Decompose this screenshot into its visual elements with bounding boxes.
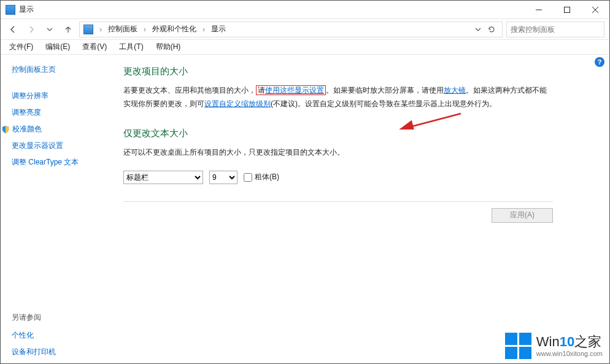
link-magnifier[interactable]: 放大镜 <box>444 86 466 95</box>
maximize-button[interactable] <box>553 1 581 19</box>
section-heading-text-only: 仅更改文本大小 <box>123 128 591 139</box>
close-icon <box>592 7 598 13</box>
control-panel-icon <box>83 25 93 34</box>
see-also-personalize[interactable]: 个性化 <box>12 330 96 341</box>
chevron-down-icon <box>47 26 53 33</box>
divider <box>123 201 553 202</box>
paragraph-text-only: 还可以不更改桌面上所有项目的大小，只更改指定项目的文本大小。 <box>123 145 591 159</box>
crumb-sep-icon: › <box>200 25 207 34</box>
arrow-right-icon <box>27 25 36 34</box>
breadcrumb[interactable]: 外观和个性化 <box>152 24 196 34</box>
address-bar: › 控制面板 › 外观和个性化 › 显示 <box>1 19 609 40</box>
sidebar: 控制面板主页 调整分辨率 调整亮度 校准颜色 更改显示器设置 调整 ClearT… <box>1 55 105 363</box>
window-title: 显示 <box>19 4 34 15</box>
refresh-button[interactable] <box>485 22 498 37</box>
menubar: 文件(F) 编辑(E) 查看(V) 工具(T) 帮助(H) <box>1 40 609 55</box>
minimize-button[interactable] <box>525 1 553 19</box>
refresh-icon <box>488 26 495 33</box>
arrow-up-icon <box>64 25 72 34</box>
text: 若要更改文本、应用和其他项目的大小， <box>123 86 256 95</box>
app-icon <box>6 5 15 15</box>
breadcrumb-dropdown[interactable] <box>471 22 485 37</box>
minimize-icon <box>536 7 542 13</box>
crumb-sep-icon: › <box>141 25 149 34</box>
font-size-select[interactable]: 9 <box>209 171 237 184</box>
window-root: 显示 › 控制面板 › 外观和个性化 › <box>0 0 610 364</box>
breadcrumb-box[interactable]: › 控制面板 › 外观和个性化 › 显示 <box>79 21 503 37</box>
search-box[interactable] <box>506 21 604 37</box>
svg-rect-1 <box>565 7 570 12</box>
menu-edit[interactable]: 编辑(E) <box>41 40 75 54</box>
see-also-devices[interactable]: 设备和打印机 <box>12 347 96 357</box>
text: 请 <box>258 86 265 95</box>
sidebar-link-brightness[interactable]: 调整亮度 <box>12 107 96 118</box>
search-input[interactable] <box>511 25 603 34</box>
maximize-icon <box>564 7 570 13</box>
up-button[interactable] <box>61 22 75 37</box>
highlighted-link-box: 请使用这些显示设置 <box>256 85 326 95</box>
apply-button[interactable]: 应用(A) <box>492 208 553 223</box>
text: 。如果要临时放大部分屏幕，请使用 <box>326 86 444 95</box>
sidebar-link-resolution[interactable]: 调整分辨率 <box>12 91 96 101</box>
chevron-down-icon <box>475 26 481 33</box>
link-use-display-settings[interactable]: 使用这些显示设置 <box>265 86 324 95</box>
watermark: Win10之家 www.win10xitong.com <box>505 333 603 359</box>
shield-icon <box>1 125 10 134</box>
main-content: 更改项目的大小 若要更改文本、应用和其他项目的大小，请使用这些显示设置。如果要临… <box>105 55 609 363</box>
menu-tools[interactable]: 工具(T) <box>114 40 148 54</box>
crumb-sep-icon: › <box>97 25 104 34</box>
menu-view[interactable]: 查看(V) <box>77 40 112 54</box>
back-button[interactable] <box>6 22 20 37</box>
close-button[interactable] <box>581 1 609 19</box>
paragraph-resize: 若要更改文本、应用和其他项目的大小，请使用这些显示设置。如果要临时放大部分屏幕，… <box>123 83 553 110</box>
recent-dropdown[interactable] <box>42 22 57 37</box>
windows-logo-icon <box>505 333 531 359</box>
text-size-controls: 标题栏 9 粗体(B) <box>123 171 591 184</box>
bold-checkbox-row[interactable]: 粗体(B) <box>244 172 279 182</box>
arrow-left-icon <box>9 25 17 34</box>
sidebar-home[interactable]: 控制面板主页 <box>12 64 96 75</box>
sidebar-link-display-settings[interactable]: 更改显示器设置 <box>12 141 96 151</box>
sidebar-row-calibrate: 校准颜色 <box>1 124 96 134</box>
ui-item-select[interactable]: 标题栏 <box>123 171 203 184</box>
apply-row: 应用(A) <box>123 208 553 223</box>
watermark-text: Win10之家 www.win10xitong.com <box>536 335 603 357</box>
bold-checkbox[interactable] <box>244 173 252 182</box>
bold-label: 粗体(B) <box>255 172 279 182</box>
sidebar-link-calibrate[interactable]: 校准颜色 <box>12 124 42 134</box>
body-area: ? 控制面板主页 调整分辨率 调整亮度 校准颜色 更改显示器设置 调整 Clea… <box>1 55 609 363</box>
forward-button[interactable] <box>24 22 39 37</box>
link-custom-scaling[interactable]: 设置自定义缩放级别 <box>204 99 271 108</box>
text: (不建议)。设置自定义级别可能会导致在某些显示器上出现意外行为。 <box>271 99 496 108</box>
sidebar-link-cleartype[interactable]: 调整 ClearType 文本 <box>12 157 96 168</box>
menu-file[interactable]: 文件(F) <box>4 40 38 54</box>
breadcrumb[interactable]: 显示 <box>211 24 226 34</box>
menu-help[interactable]: 帮助(H) <box>151 40 186 54</box>
see-also-heading: 另请参阅 <box>12 312 96 323</box>
titlebar: 显示 <box>1 1 609 19</box>
section-heading-resize: 更改项目的大小 <box>123 66 591 77</box>
breadcrumb[interactable]: 控制面板 <box>108 24 137 34</box>
